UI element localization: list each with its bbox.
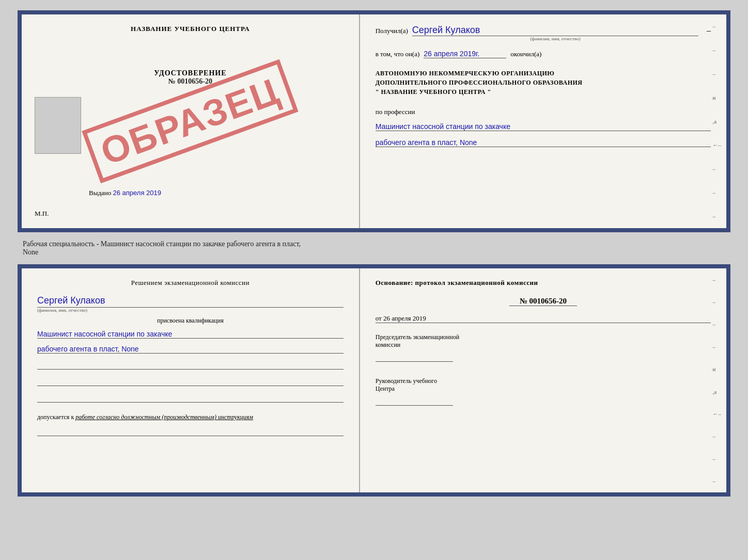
chairman-line2: комиссии xyxy=(376,341,711,349)
received-name: Сергей Кулаков xyxy=(412,25,698,36)
empty-line-2 xyxy=(37,377,344,386)
dopuskaetsya-value: работе согласно должностным (производств… xyxy=(75,413,253,421)
osnovaniye-label: Основание: протокол экзаменационной коми… xyxy=(376,279,711,287)
dopuskaetsya-block: допускается к работе согласно должностны… xyxy=(37,413,344,421)
rukovoditel-sign-line xyxy=(376,395,453,406)
bottom-doc-right: Основание: протокол экзаменационной коми… xyxy=(360,268,726,492)
ot-label: от xyxy=(376,314,382,322)
ot-date: 26 апреля 2019 xyxy=(383,314,426,322)
protocol-block: № 0010656-20 xyxy=(376,296,711,306)
bottom-name-sub: (фамилия, имя, отчество) xyxy=(37,308,344,313)
protocol-num: № 0010656-20 xyxy=(509,297,577,306)
finished-label: окончил(а) xyxy=(510,50,541,58)
received-name-block: Сергей Кулаков (фамилия, имя, отчество) xyxy=(412,25,698,41)
middle-text-block: Рабочая специальность - Машинист насосно… xyxy=(18,240,730,257)
mp-label: М.П. xyxy=(35,210,49,218)
chairman-line1: Председатель экзаменационной xyxy=(376,333,711,341)
vydano-block: Выдано 26 апреля 2019 xyxy=(89,189,161,197)
qual-line1: Машинист насосной станции по закачке xyxy=(37,330,344,339)
chairman-block: Председатель экзаменационной комиссии xyxy=(376,333,711,364)
top-left-title: НАЗВАНИЕ УЧЕБНОГО ЦЕНТРА xyxy=(131,25,250,33)
bottom-right-dashes: – – – – и ,а ←– – – – xyxy=(712,268,721,492)
dash-separator: – xyxy=(707,26,711,35)
rukovoditel-block: Руководитель учебного Центра xyxy=(376,377,711,408)
bottom-name: Сергей Кулаков xyxy=(37,295,344,308)
photo-placeholder xyxy=(35,97,81,154)
bottom-document: Решением экзаменационной комиссии Сергей… xyxy=(18,264,730,497)
top-document: НАЗВАНИЕ УЧЕБНОГО ЦЕНТРА УДОСТОВЕРЕНИЕ №… xyxy=(18,10,730,232)
cert-number: № 0010656-20 xyxy=(154,77,226,86)
middle-text-line1: Рабочая специальность - Машинист насосно… xyxy=(23,240,301,248)
cert-block: УДОСТОВЕРЕНИЕ № 0010656-20 xyxy=(154,69,226,86)
in-that-date: 26 апреля 2019г. xyxy=(424,50,506,58)
prisvoyena-label: присвоена квалификация xyxy=(37,317,344,325)
in-that-label: в том, что он(а) xyxy=(376,50,420,58)
top-doc-left: НАЗВАНИЕ УЧЕБНОГО ЦЕНТРА УДОСТОВЕРЕНИЕ №… xyxy=(22,14,360,228)
empty-line-1 xyxy=(37,360,344,370)
received-block: Получил(а) Сергей Кулаков (фамилия, имя,… xyxy=(376,25,711,41)
dopuskaetsya-label: допускается к xyxy=(37,413,74,421)
chairman-sign-line xyxy=(376,351,453,362)
vydano-date: 26 апреля 2019 xyxy=(113,189,162,197)
qual-line2: рабочего агента в пласт, None xyxy=(37,345,344,354)
org-line2: ДОПОЛНИТЕЛЬНОГО ПРОФЕССИОНАЛЬНОГО ОБРАЗО… xyxy=(376,78,711,87)
bottom-doc-left: Решением экзаменационной комиссии Сергей… xyxy=(22,268,360,492)
vydano-label: Выдано xyxy=(89,189,111,197)
bottom-name-block: Сергей Кулаков (фамилия, имя, отчество) xyxy=(37,295,344,313)
rukovoditel-line1: Руководитель учебного xyxy=(376,377,711,385)
profession-line2: рабочего агента в пласт, None xyxy=(376,138,711,147)
org-block: АВТОНОМНУЮ НЕКОММЕРЧЕСКУЮ ОРГАНИЗАЦИЮ ДО… xyxy=(376,69,711,97)
profession-line1: Машинист насосной станции по закачке xyxy=(376,122,711,131)
right-dashes: – – – и ,а ←– – – – xyxy=(712,14,721,228)
empty-line-3 xyxy=(37,393,344,403)
ot-date-block: от 26 апреля 2019 xyxy=(376,314,711,323)
by-profession-label: по профессии xyxy=(376,108,711,116)
received-label: Получил(а) xyxy=(376,27,408,35)
top-doc-right: Получил(а) Сергей Кулаков (фамилия, имя,… xyxy=(360,14,726,228)
org-line1: АВТОНОМНУЮ НЕКОММЕРЧЕСКУЮ ОРГАНИЗАЦИЮ xyxy=(376,69,711,78)
empty-line-4 xyxy=(37,427,344,436)
middle-text-line2: None xyxy=(23,248,38,256)
in-that-block: в том, что он(а) 26 апреля 2019г. окончи… xyxy=(376,50,711,58)
received-name-sub: (фамилия, имя, отчество) xyxy=(412,36,698,41)
komissia-title: Решением экзаменационной комиссии xyxy=(37,279,344,287)
cert-title: УДОСТОВЕРЕНИЕ xyxy=(154,69,226,77)
rukovoditel-line2: Центра xyxy=(376,385,711,393)
org-line3: " НАЗВАНИЕ УЧЕБНОГО ЦЕНТРА " xyxy=(376,87,711,97)
